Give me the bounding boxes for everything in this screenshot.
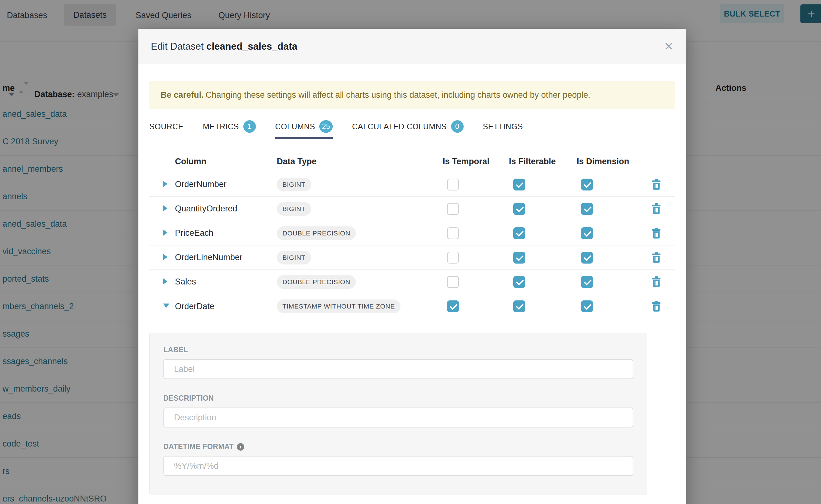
info-icon[interactable]: i — [237, 443, 244, 451]
column-name: OrderLineNumber — [175, 253, 277, 262]
is-dimension-checkbox[interactable] — [581, 300, 593, 312]
is-dimension-checkbox[interactable] — [581, 179, 593, 190]
metrics-count-badge: 1 — [243, 120, 256, 133]
column-name: OrderNumber — [175, 180, 277, 189]
column-row: QuantityOrdered BIGINT — [149, 197, 675, 221]
expand-caret-icon[interactable] — [163, 278, 167, 284]
column-row: Sales DOUBLE PRECISION — [149, 270, 675, 294]
expand-caret-icon[interactable] — [163, 205, 167, 211]
delete-icon[interactable] — [651, 252, 661, 263]
warning-bold: Be careful. — [161, 90, 204, 100]
description-input[interactable] — [163, 408, 633, 427]
is-dimension-header: Is Dimension — [577, 157, 637, 166]
modal-tabs: SOURCE METRICS 1 COLUMNS 25 CALCULATED C… — [149, 120, 675, 139]
collapse-caret-icon[interactable] — [163, 304, 169, 308]
datetime-format-field-group: DATETIME FORMAT i — [163, 442, 633, 476]
close-icon[interactable]: ✕ — [664, 41, 674, 52]
is-temporal-checkbox[interactable] — [447, 300, 459, 312]
is-filterable-checkbox[interactable] — [513, 300, 525, 312]
warning-banner: Be careful.Changing these settings will … — [149, 81, 675, 109]
tab-source[interactable]: SOURCE — [149, 120, 183, 139]
edit-dataset-modal: Edit Dataset cleaned_sales_data ✕ Be car… — [138, 29, 686, 504]
label-field-label: LABEL — [163, 346, 633, 354]
delete-icon[interactable] — [651, 301, 661, 312]
data-type-pill: BIGINT — [277, 202, 311, 216]
columns-count-badge: 25 — [319, 120, 332, 133]
is-temporal-checkbox[interactable] — [447, 227, 459, 239]
expand-caret-icon[interactable] — [163, 254, 167, 260]
is-filterable-checkbox[interactable] — [513, 252, 525, 264]
is-filterable-checkbox[interactable] — [513, 179, 525, 190]
is-filterable-checkbox[interactable] — [513, 227, 525, 239]
tab-settings[interactable]: SETTINGS — [483, 120, 523, 139]
is-dimension-checkbox[interactable] — [581, 227, 593, 239]
modal-title: Edit Dataset cleaned_sales_data — [151, 41, 297, 52]
tab-columns[interactable]: COLUMNS 25 — [275, 120, 333, 139]
column-row: PriceEach DOUBLE PRECISION — [149, 221, 675, 245]
calculated-columns-count-badge: 0 — [451, 120, 464, 133]
column-name: PriceEach — [175, 228, 277, 238]
delete-icon[interactable] — [651, 276, 661, 288]
datetime-format-input[interactable] — [163, 456, 633, 476]
datetime-format-field-label: DATETIME FORMAT i — [163, 442, 633, 451]
label-input[interactable] — [163, 359, 633, 379]
modal-body: Be careful.Changing these settings will … — [138, 81, 686, 495]
is-filterable-checkbox[interactable] — [513, 276, 525, 288]
expand-caret-icon[interactable] — [163, 230, 167, 236]
column-header: Column — [175, 157, 277, 166]
modal-title-prefix: Edit Dataset — [151, 41, 204, 52]
warning-text: Changing these settings will affect all … — [205, 90, 591, 100]
is-temporal-checkbox[interactable] — [447, 276, 459, 288]
data-type-pill: DOUBLE PRECISION — [277, 275, 356, 289]
delete-icon[interactable] — [651, 203, 661, 215]
data-type-pill: DOUBLE PRECISION — [277, 226, 356, 240]
description-field-label: DESCRIPTION — [163, 394, 633, 403]
column-row: OrderDate TIMESTAMP WITHOUT TIME ZONE — [149, 294, 675, 319]
column-row: OrderNumber BIGINT — [149, 172, 675, 197]
is-filterable-checkbox[interactable] — [513, 203, 525, 215]
is-temporal-checkbox[interactable] — [447, 203, 459, 215]
column-name: QuantityOrdered — [175, 204, 277, 214]
column-name: Sales — [175, 277, 277, 287]
data-type-header: Data Type — [277, 157, 443, 166]
column-name: OrderDate — [175, 302, 277, 311]
is-temporal-checkbox[interactable] — [447, 179, 459, 190]
is-dimension-checkbox[interactable] — [581, 203, 593, 215]
is-filterable-header: Is Filterable — [509, 157, 577, 166]
data-type-pill: BIGINT — [277, 251, 311, 264]
delete-icon[interactable] — [651, 179, 661, 190]
is-temporal-checkbox[interactable] — [447, 252, 459, 264]
data-type-pill: BIGINT — [277, 178, 311, 191]
column-row: OrderLineNumber BIGINT — [149, 245, 675, 270]
modal-dataset-name: cleaned_sales_data — [206, 41, 297, 52]
is-dimension-checkbox[interactable] — [581, 276, 593, 288]
tab-metrics[interactable]: METRICS 1 — [203, 120, 255, 139]
expand-caret-icon[interactable] — [163, 181, 167, 187]
is-temporal-header: Is Temporal — [443, 157, 509, 166]
description-field-group: DESCRIPTION — [163, 394, 633, 427]
delete-icon[interactable] — [651, 228, 661, 239]
is-dimension-checkbox[interactable] — [581, 252, 593, 264]
column-editor-panel: LABEL DESCRIPTION DATETIME FORMAT i — [149, 333, 647, 495]
modal-header: Edit Dataset cleaned_sales_data ✕ — [138, 29, 686, 64]
label-field-group: LABEL — [163, 346, 633, 379]
tab-calculated-columns[interactable]: CALCULATED COLUMNS 0 — [352, 120, 464, 139]
data-type-pill: TIMESTAMP WITHOUT TIME ZONE — [277, 299, 400, 313]
columns-table-header: Column Data Type Is Temporal Is Filterab… — [149, 139, 675, 172]
